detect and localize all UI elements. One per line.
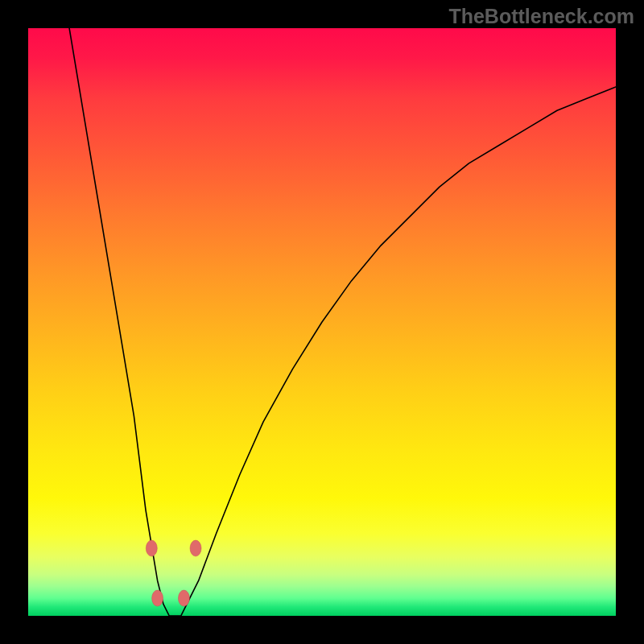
plot-area <box>28 28 616 616</box>
marker-dot-1 <box>152 590 163 606</box>
marker-dot-0 <box>146 540 157 556</box>
bottleneck-curve <box>69 28 616 616</box>
chart-frame: TheBottleneck.com <box>0 0 644 644</box>
curve-layer <box>28 28 616 616</box>
marker-dot-2 <box>178 590 189 606</box>
watermark-text: TheBottleneck.com <box>448 5 634 28</box>
markers-group <box>146 540 201 606</box>
marker-dot-3 <box>190 540 201 556</box>
